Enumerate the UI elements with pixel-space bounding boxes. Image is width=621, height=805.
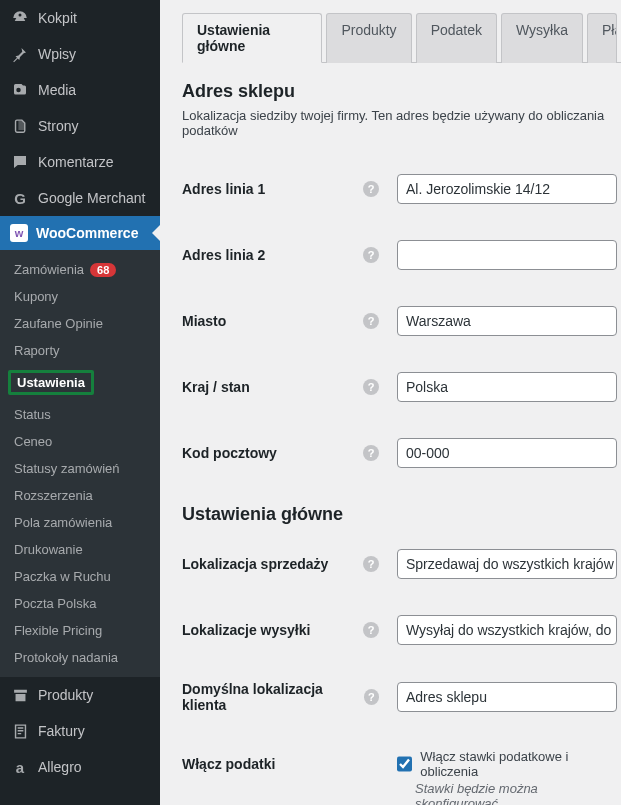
- select-default-location[interactable]: Adres sklepu: [397, 682, 617, 712]
- row-default-location: Domyślna lokalizacja klienta ? Adres skl…: [182, 663, 621, 731]
- label-city: Miasto ?: [182, 313, 397, 329]
- select-sell-location[interactable]: Sprzedawaj do wszystkich krajów: [397, 549, 617, 579]
- tax-hint: Stawki będzie można skonfigurować: [415, 781, 621, 805]
- allegro-icon: a: [10, 757, 30, 777]
- row-zip: Kod pocztowy ?: [182, 420, 621, 486]
- sub-paczka-w-ruchu[interactable]: Paczka w Ruchu: [0, 563, 160, 590]
- help-icon[interactable]: ?: [363, 379, 379, 395]
- menu-label: Google Merchant: [38, 190, 145, 206]
- check-label: Włącz stawki podatkowe i obliczenia: [420, 749, 621, 779]
- google-icon: G: [10, 188, 30, 208]
- check-enable-tax-wrap: Włącz stawki podatkowe i obliczenia: [397, 749, 621, 779]
- sub-statusy-zamowien[interactable]: Statusy zamówień: [0, 455, 160, 482]
- help-icon[interactable]: ?: [363, 556, 379, 572]
- sub-status[interactable]: Status: [0, 401, 160, 428]
- input-city[interactable]: [397, 306, 617, 336]
- sub-zamowienia[interactable]: Zamówienia 68: [0, 256, 160, 283]
- menu-kokpit[interactable]: Kokpit: [0, 0, 160, 36]
- menu-media[interactable]: Media: [0, 72, 160, 108]
- label-text: Lokalizacje wysyłki: [182, 622, 310, 638]
- woocommerce-icon: w: [10, 224, 28, 242]
- select-ship-location[interactable]: Wysyłaj do wszystkich krajów, do: [397, 615, 617, 645]
- menu-label: Kokpit: [38, 10, 77, 26]
- label-country: Kraj / stan ?: [182, 379, 397, 395]
- menu-wpisy[interactable]: Wpisy: [0, 36, 160, 72]
- input-address-2[interactable]: [397, 240, 617, 270]
- row-enable-tax: Włącz podatki Włącz stawki podatkowe i o…: [182, 731, 621, 787]
- sub-label: Rozszerzenia: [14, 488, 93, 503]
- menu-produkty[interactable]: Produkty: [0, 677, 160, 713]
- label-text: Lokalizacja sprzedaży: [182, 556, 328, 572]
- settings-content: Ustawienia główne Produkty Podatek Wysył…: [160, 0, 621, 805]
- sub-label: Pola zamówienia: [14, 515, 112, 530]
- input-zip[interactable]: [397, 438, 617, 468]
- help-icon[interactable]: ?: [363, 622, 379, 638]
- menu-label: WooCommerce: [36, 225, 138, 241]
- menu-strony[interactable]: Strony: [0, 108, 160, 144]
- help-icon[interactable]: ?: [363, 313, 379, 329]
- sub-flexible-pricing[interactable]: Flexible Pricing: [0, 617, 160, 644]
- section-store-address-title: Adres sklepu: [182, 81, 621, 102]
- sub-rozszerzenia[interactable]: Rozszerzenia: [0, 482, 160, 509]
- tab-general[interactable]: Ustawienia główne: [182, 13, 322, 63]
- help-icon[interactable]: ?: [363, 445, 379, 461]
- sub-label: Raporty: [14, 343, 60, 358]
- label-address-1: Adres linia 1 ?: [182, 181, 397, 197]
- sub-kupony[interactable]: Kupony: [0, 283, 160, 310]
- woocommerce-submenu: Zamówienia 68 Kupony Zaufane Opinie Rapo…: [0, 250, 160, 677]
- pin-icon: [10, 44, 30, 64]
- input-address-1[interactable]: [397, 174, 617, 204]
- label-text: Kod pocztowy: [182, 445, 277, 461]
- row-city: Miasto ?: [182, 288, 621, 354]
- tab-products[interactable]: Produkty: [326, 13, 411, 63]
- sub-ustawienia[interactable]: Ustawienia: [0, 364, 160, 401]
- row-address-1: Adres linia 1 ?: [182, 156, 621, 222]
- tab-shipping[interactable]: Wysyłka: [501, 13, 583, 63]
- menu-faktury[interactable]: Faktury: [0, 713, 160, 749]
- label-text: Włącz podatki: [182, 756, 275, 772]
- sub-label: Ceneo: [14, 434, 52, 449]
- help-icon[interactable]: ?: [363, 181, 379, 197]
- tab-payments[interactable]: Płatności: [587, 13, 617, 63]
- menu-google-merchant[interactable]: G Google Merchant: [0, 180, 160, 216]
- sub-protokoly-nadania[interactable]: Protokoły nadania: [0, 644, 160, 671]
- row-address-2: Adres linia 2 ?: [182, 222, 621, 288]
- select-country[interactable]: Polska: [397, 372, 617, 402]
- sub-drukowanie[interactable]: Drukowanie: [0, 536, 160, 563]
- help-icon[interactable]: ?: [363, 247, 379, 263]
- label-text: Adres linia 1: [182, 181, 265, 197]
- sub-ceneo[interactable]: Ceneo: [0, 428, 160, 455]
- orders-count-badge: 68: [90, 263, 116, 277]
- settings-tabs: Ustawienia główne Produkty Podatek Wysył…: [182, 12, 621, 63]
- checkbox-enable-tax[interactable]: [397, 756, 412, 772]
- row-country: Kraj / stan ? Polska: [182, 354, 621, 420]
- help-icon[interactable]: ?: [364, 689, 379, 705]
- sub-pola-zamowienia[interactable]: Pola zamówienia: [0, 509, 160, 536]
- pages-icon: [10, 116, 30, 136]
- label-enable-tax: Włącz podatki: [182, 756, 397, 772]
- sub-label: Ustawienia: [17, 375, 85, 390]
- sub-label: Zamówienia: [14, 262, 84, 277]
- label-text: Miasto: [182, 313, 226, 329]
- menu-allegro[interactable]: a Allegro: [0, 749, 160, 785]
- highlight-box: Ustawienia: [8, 370, 94, 395]
- comment-icon: [10, 152, 30, 172]
- menu-woocommerce[interactable]: w WooCommerce: [0, 216, 160, 250]
- sub-raporty[interactable]: Raporty: [0, 337, 160, 364]
- menu-label: Komentarze: [38, 154, 113, 170]
- sub-poczta-polska[interactable]: Poczta Polska: [0, 590, 160, 617]
- menu-label: Faktury: [38, 723, 85, 739]
- tab-tax[interactable]: Podatek: [416, 13, 497, 63]
- menu-komentarze[interactable]: Komentarze: [0, 144, 160, 180]
- sub-label: Status: [14, 407, 51, 422]
- archive-icon: [10, 685, 30, 705]
- section-general-title: Ustawienia główne: [182, 504, 621, 525]
- sub-zaufane-opinie[interactable]: Zaufane Opinie: [0, 310, 160, 337]
- menu-label: Wpisy: [38, 46, 76, 62]
- sub-label: Drukowanie: [14, 542, 83, 557]
- label-text: Domyślna lokalizacja klienta: [182, 681, 364, 713]
- invoice-icon: [10, 721, 30, 741]
- dashboard-icon: [10, 8, 30, 28]
- sub-label: Flexible Pricing: [14, 623, 102, 638]
- sub-label: Statusy zamówień: [14, 461, 120, 476]
